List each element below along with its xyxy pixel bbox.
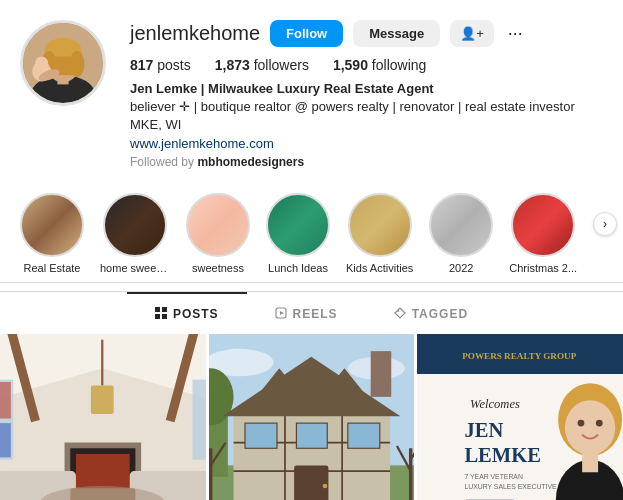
avatar-image xyxy=(23,23,103,103)
highlight-item-7[interactable]: Christmas 2... xyxy=(509,193,577,274)
grid-icon xyxy=(155,306,167,322)
svg-rect-35 xyxy=(91,386,114,415)
highlight-circle-6 xyxy=(429,193,493,257)
highlight-item-2[interactable]: home sweet ... xyxy=(100,193,170,274)
svg-rect-13 xyxy=(162,307,167,312)
avatar-wrap xyxy=(20,20,106,106)
bio-website[interactable]: www.jenlemkehome.com xyxy=(130,136,603,151)
highlights-next-button[interactable]: › xyxy=(593,212,617,236)
svg-rect-53 xyxy=(296,423,327,448)
grid-item-1[interactable] xyxy=(0,334,206,500)
highlight-circle-3 xyxy=(186,193,250,257)
followers-count: 1,873 xyxy=(215,57,250,73)
svg-rect-31 xyxy=(193,380,206,460)
svg-point-18 xyxy=(397,310,399,312)
photo-grid: POWERS REALTY GROUP Welcomes JEN LEMKE 7… xyxy=(0,334,623,500)
divider xyxy=(0,282,623,283)
svg-text:Welcomes: Welcomes xyxy=(470,398,520,412)
grid-item-3[interactable]: POWERS REALTY GROUP Welcomes JEN LEMKE 7… xyxy=(417,334,623,500)
svg-rect-57 xyxy=(370,352,391,398)
tab-posts-label: POSTS xyxy=(173,307,219,321)
svg-rect-80 xyxy=(582,452,598,473)
followed-by-label: Followed by xyxy=(130,155,194,169)
tab-posts[interactable]: POSTS xyxy=(127,292,247,334)
highlight-label-5: Kids Activities xyxy=(346,262,413,274)
profile-top-row: jenlemkehome Follow Message 👤+ ··· xyxy=(130,20,603,47)
following-stat[interactable]: 1,590 following xyxy=(333,57,426,73)
profile-info: jenlemkehome Follow Message 👤+ ··· 817 p… xyxy=(130,20,603,169)
highlight-circle-2 xyxy=(103,193,167,257)
bio-text: believer ✛ | boutique realtor @ powers r… xyxy=(130,98,603,134)
svg-rect-14 xyxy=(155,314,160,319)
avatar[interactable] xyxy=(20,20,106,106)
posts-label: posts xyxy=(157,57,190,73)
highlight-item-4[interactable]: Lunch Ideas xyxy=(266,193,330,274)
highlights-section: Real Estate home sweet ... sweetness Lun… xyxy=(0,181,623,282)
more-icon: ··· xyxy=(508,23,523,43)
svg-text:LUXURY SALES EXECUTIVE: LUXURY SALES EXECUTIVE xyxy=(465,484,558,491)
followers-label: followers xyxy=(254,57,309,73)
svg-rect-32 xyxy=(0,382,11,419)
bio-name: Jen Lemke | Milwaukee Luxury Real Estate… xyxy=(130,81,603,96)
highlight-label-2: home sweet ... xyxy=(100,262,170,274)
tab-tagged-label: TAGGEd xyxy=(412,307,468,321)
highlight-item-3[interactable]: sweetness xyxy=(186,193,250,274)
svg-rect-54 xyxy=(347,423,379,448)
highlight-item-1[interactable]: Real Estate xyxy=(20,193,84,274)
svg-rect-12 xyxy=(155,307,160,312)
profile-section: jenlemkehome Follow Message 👤+ ··· 817 p… xyxy=(0,0,623,181)
svg-marker-17 xyxy=(280,311,284,315)
highlight-item-6[interactable]: 2022 xyxy=(429,193,493,274)
grid-item-2[interactable] xyxy=(209,334,415,500)
posts-count: 817 xyxy=(130,57,153,73)
svg-point-77 xyxy=(578,420,585,427)
svg-text:LEMKE: LEMKE xyxy=(465,444,541,466)
stats-row: 817 posts 1,873 followers 1,590 followin… xyxy=(130,57,603,73)
svg-rect-33 xyxy=(0,423,11,457)
highlight-item-5[interactable]: Kids Activities xyxy=(346,193,413,274)
highlight-label-3: sweetness xyxy=(192,262,244,274)
followed-by-user[interactable]: mbhomedesigners xyxy=(197,155,304,169)
username: jenlemkehome xyxy=(130,22,260,45)
highlight-circle-7 xyxy=(511,193,575,257)
highlight-label-4: Lunch Ideas xyxy=(268,262,328,274)
svg-rect-52 xyxy=(245,423,277,448)
highlight-label-6: 2022 xyxy=(449,262,473,274)
highlight-circle-5 xyxy=(348,193,412,257)
message-button[interactable]: Message xyxy=(353,20,440,47)
reels-icon xyxy=(275,306,287,322)
tag-icon xyxy=(394,306,406,322)
svg-point-10 xyxy=(35,56,48,69)
highlight-circle-4 xyxy=(266,193,330,257)
svg-point-78 xyxy=(596,420,603,427)
followers-stat[interactable]: 1,873 followers xyxy=(215,57,309,73)
svg-text:7 YEAR VETERAN: 7 YEAR VETERAN xyxy=(465,473,524,480)
highlight-circle-1 xyxy=(20,193,84,257)
following-label: following xyxy=(372,57,426,73)
tab-reels[interactable]: REELS xyxy=(247,292,366,334)
highlight-label-7: Christmas 2... xyxy=(509,262,577,274)
person-add-icon: 👤+ xyxy=(460,26,484,41)
following-count: 1,590 xyxy=(333,57,368,73)
posts-stat[interactable]: 817 posts xyxy=(130,57,191,73)
follow-button[interactable]: Follow xyxy=(270,20,343,47)
more-options-button[interactable]: ··· xyxy=(504,23,527,44)
svg-rect-15 xyxy=(162,314,167,319)
svg-text:JEN: JEN xyxy=(465,419,504,441)
person-add-button[interactable]: 👤+ xyxy=(450,20,494,47)
svg-point-76 xyxy=(565,401,615,456)
svg-point-56 xyxy=(322,484,327,489)
tab-tagged[interactable]: TAGGEd xyxy=(366,292,496,334)
svg-rect-55 xyxy=(294,466,328,500)
svg-text:POWERS REALTY GROUP: POWERS REALTY GROUP xyxy=(463,352,577,362)
tab-reels-label: REELS xyxy=(293,307,338,321)
followed-by: Followed by mbhomedesigners xyxy=(130,155,603,169)
highlight-label-1: Real Estate xyxy=(24,262,81,274)
tabs-section: POSTS REELS TAGGEd xyxy=(0,291,623,334)
